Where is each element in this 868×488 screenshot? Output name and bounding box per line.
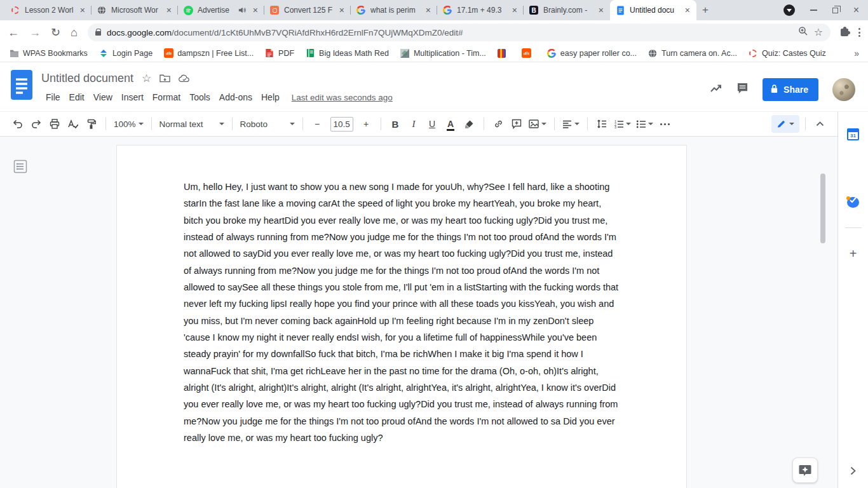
- bookmark-turn-camera-on[interactable]: Turn camera on. Ac...: [648, 48, 737, 58]
- numbered-list-icon[interactable]: 123: [612, 116, 633, 133]
- bookmark-star-icon[interactable]: ☆: [814, 27, 823, 37]
- undo-icon[interactable]: [9, 116, 26, 133]
- redo-icon[interactable]: [27, 116, 44, 133]
- url-text[interactable]: docs.google.com/document/d/1cKt6UhMvB7VQ…: [107, 28, 792, 37]
- text-color-icon[interactable]: A: [442, 116, 459, 133]
- tab-convert[interactable]: Convert 125 F ×: [264, 0, 351, 20]
- tab-close-icon[interactable]: ×: [511, 5, 519, 15]
- highlight-color-icon[interactable]: [461, 116, 478, 133]
- menu-insert[interactable]: Insert: [117, 90, 148, 104]
- document-stats-icon[interactable]: [710, 83, 722, 96]
- reload-icon[interactable]: ↻: [51, 27, 60, 38]
- window-minimize-button[interactable]: [810, 10, 817, 11]
- document-outline-icon[interactable]: [13, 159, 27, 176]
- collapse-toolbar-icon[interactable]: [811, 116, 829, 133]
- document-page[interactable]: Um, hello Hey, I just want to show you a…: [116, 145, 687, 488]
- tab-close-icon[interactable]: ×: [597, 5, 605, 15]
- window-close-button[interactable]: ×: [853, 5, 859, 15]
- tab-close-icon[interactable]: ×: [684, 5, 691, 15]
- explore-button[interactable]: [792, 458, 818, 483]
- star-document-icon[interactable]: ☆: [142, 73, 151, 84]
- menu-format[interactable]: Format: [148, 90, 185, 104]
- document-title[interactable]: Untitled document: [41, 72, 133, 85]
- bulleted-list-icon[interactable]: [634, 116, 655, 133]
- lock-icon[interactable]: [95, 31, 101, 36]
- add-addon-icon[interactable]: +: [850, 247, 857, 260]
- google-calendar-icon[interactable]: 31: [847, 128, 859, 140]
- bookmark-wpas[interactable]: WPAS Bookmarks: [9, 48, 88, 58]
- document-body-text[interactable]: Um, hello Hey, I just want to show you a…: [184, 179, 620, 447]
- last-edit-link[interactable]: Last edit was seconds ago: [292, 93, 393, 102]
- comments-icon[interactable]: [736, 83, 749, 97]
- tab-close-icon[interactable]: ×: [252, 5, 259, 15]
- home-icon[interactable]: ⌂: [71, 27, 78, 38]
- zoom-page-icon[interactable]: [798, 26, 808, 39]
- menu-help[interactable]: Help: [257, 90, 284, 104]
- address-bar[interactable]: docs.google.com/document/d/1cKt6UhMvB7VQ…: [88, 24, 831, 41]
- bold-icon[interactable]: B: [387, 116, 404, 133]
- tab-microsoft-word[interactable]: Microsoft Wor ×: [92, 0, 178, 20]
- increase-font-size-button[interactable]: +: [358, 116, 375, 133]
- editing-mode-button[interactable]: [771, 115, 799, 133]
- tab-spotify-advertise[interactable]: Advertise ×: [178, 0, 264, 20]
- menu-file[interactable]: File: [41, 90, 65, 104]
- menu-addons[interactable]: Add-ons: [215, 90, 257, 104]
- cloud-saved-icon[interactable]: [179, 74, 190, 83]
- bookmark-quiz-castes[interactable]: Quiz: Castes Quiz: [748, 48, 826, 58]
- account-avatar[interactable]: [832, 78, 855, 101]
- bookmark-multiplication[interactable]: Multiplication - Tim...: [400, 48, 486, 58]
- back-icon[interactable]: ←: [8, 27, 19, 38]
- print-icon[interactable]: [46, 116, 63, 133]
- tab-untitled-document-active[interactable]: Untitled docu ×: [610, 0, 696, 20]
- paint-format-icon[interactable]: [83, 116, 100, 133]
- bookmark-login-page[interactable]: Login Page: [98, 48, 153, 58]
- audio-playing-icon[interactable]: [237, 5, 247, 15]
- tab-google-search-math[interactable]: 17.1m + 49.3 ×: [437, 0, 524, 20]
- zoom-select[interactable]: 100%: [112, 116, 146, 133]
- bookmarks-overflow-icon[interactable]: »: [854, 48, 859, 58]
- move-folder-icon[interactable]: [159, 74, 170, 83]
- google-tasks-icon[interactable]: [847, 194, 859, 208]
- share-button[interactable]: Share: [763, 78, 818, 101]
- bookmark-pdf[interactable]: PDF: [264, 48, 294, 58]
- font-size-input[interactable]: 10.5: [330, 117, 353, 132]
- insert-link-icon[interactable]: [490, 116, 507, 133]
- extensions-icon[interactable]: [841, 29, 848, 36]
- bookmark-soundcloud-unlabeled[interactable]: [522, 48, 536, 58]
- more-options-icon[interactable]: [656, 116, 674, 133]
- tab-brainly[interactable]: B Brainly.com - ×: [524, 0, 610, 20]
- google-docs-logo[interactable]: [10, 68, 33, 111]
- menu-view[interactable]: View: [89, 90, 117, 104]
- document-scrollbar-thumb[interactable]: [820, 173, 825, 243]
- tab-close-icon[interactable]: ×: [165, 5, 173, 15]
- font-family-select[interactable]: Roboto: [238, 116, 297, 133]
- forward-icon[interactable]: →: [29, 27, 41, 38]
- menu-edit[interactable]: Edit: [65, 90, 89, 104]
- align-icon[interactable]: [560, 116, 581, 133]
- tab-close-icon[interactable]: ×: [424, 5, 432, 15]
- bookmark-easy-paper-roller[interactable]: easy paper roller co...: [546, 48, 637, 58]
- new-tab-button[interactable]: +: [696, 0, 714, 20]
- decrease-font-size-button[interactable]: −: [309, 116, 326, 133]
- tab-close-icon[interactable]: ×: [79, 5, 86, 15]
- spellcheck-icon[interactable]: [64, 116, 81, 133]
- browser-profile-avatar[interactable]: [783, 4, 795, 16]
- italic-icon[interactable]: I: [405, 116, 423, 133]
- bookmark-stripes-unlabeled[interactable]: [497, 48, 511, 58]
- quizizz-icon: [10, 5, 20, 15]
- tab-title: 17.1m + 49.3: [457, 6, 506, 15]
- underline-icon[interactable]: U: [424, 116, 441, 133]
- paragraph-style-select[interactable]: Normal text: [158, 116, 226, 133]
- insert-image-icon[interactable]: [527, 116, 548, 133]
- insert-comment-icon[interactable]: [508, 116, 526, 133]
- line-spacing-icon[interactable]: [593, 116, 611, 133]
- collapse-side-panel-icon[interactable]: [850, 466, 856, 478]
- tab-close-icon[interactable]: ×: [338, 5, 346, 15]
- bookmark-dampszn[interactable]: dampszn | Free List...: [163, 48, 254, 58]
- window-restore-button[interactable]: [832, 8, 838, 13]
- bookmark-big-ideas-math[interactable]: Big Ideas Math Red: [305, 48, 389, 58]
- browser-menu-icon[interactable]: [858, 28, 860, 37]
- tab-lesson-2[interactable]: Lesson 2 Worl ×: [5, 0, 92, 20]
- tab-google-search-perimeter[interactable]: what is perim ×: [351, 0, 437, 20]
- menu-tools[interactable]: Tools: [185, 90, 215, 104]
